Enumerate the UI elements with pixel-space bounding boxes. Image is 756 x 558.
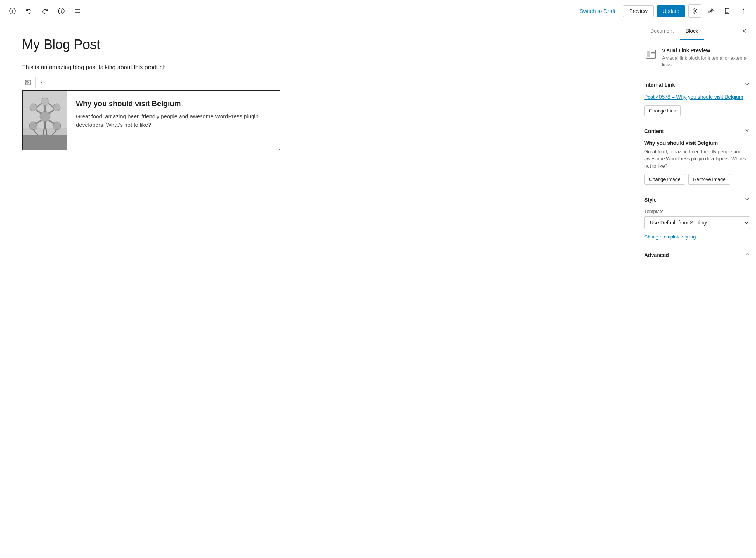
toolbar: Switch to Draft Preview Update [0, 0, 756, 22]
editor-area: My Blog Post This is an amazing blog pos… [0, 22, 638, 558]
preview-button[interactable]: Preview [623, 5, 654, 17]
style-panel-toggle[interactable]: Style [638, 191, 756, 209]
block-description: A visual link block for internal or exte… [662, 55, 750, 68]
internal-link-body: Post 40578 – Why you should visit Belgiu… [638, 94, 756, 122]
card-image [23, 91, 67, 150]
change-image-button[interactable]: Change Image [644, 174, 685, 185]
undo-button[interactable] [22, 4, 35, 18]
list-view-button[interactable] [71, 4, 84, 18]
content-chevron [744, 128, 750, 135]
sidebar: Document Block × Visual Link Preview A v… [638, 22, 756, 558]
block-more-options-button[interactable] [35, 77, 47, 88]
svg-rect-24 [23, 135, 67, 150]
content-panel-toggle[interactable]: Content [638, 122, 756, 140]
visual-link-card[interactable]: Why you should visit Belgium Great food,… [22, 90, 280, 150]
change-link-button[interactable]: Change Link [644, 105, 681, 116]
svg-point-19 [41, 81, 42, 81]
style-panel-title: Style [644, 197, 656, 203]
internal-link-url[interactable]: Post 40578 – Why you should visit Belgiu… [644, 94, 750, 101]
document-button[interactable] [721, 4, 734, 18]
settings-button[interactable] [688, 4, 701, 18]
internal-link-chevron [744, 81, 750, 88]
tab-document[interactable]: Document [644, 22, 680, 40]
update-button[interactable]: Update [657, 5, 685, 17]
style-body: Template Use Default from Settings Chang… [638, 209, 756, 246]
switch-to-draft-button[interactable]: Switch to Draft [575, 6, 620, 16]
internal-link-panel: Internal Link Post 40578 – Why you shoul… [638, 76, 756, 122]
svg-point-9 [694, 10, 696, 12]
svg-rect-17 [25, 80, 31, 85]
svg-point-21 [41, 84, 42, 84]
sidebar-tabs: Document Block × [638, 22, 756, 40]
toolbar-right: Switch to Draft Preview Update [575, 4, 750, 18]
style-panel: Style Template Use Default from Settings… [638, 191, 756, 246]
svg-point-26 [41, 98, 49, 106]
block-controls [22, 77, 616, 88]
internal-link-panel-toggle[interactable]: Internal Link [638, 76, 756, 94]
block-type-icon [644, 48, 658, 61]
svg-rect-43 [647, 51, 650, 57]
svg-point-20 [41, 82, 42, 83]
svg-point-18 [27, 81, 28, 83]
advanced-title: Advanced [644, 252, 669, 258]
advanced-panel: Advanced [638, 246, 756, 264]
style-chevron [744, 196, 750, 203]
content-panel: Content Why you should visit Belgium Gre… [638, 122, 756, 191]
svg-point-30 [53, 104, 60, 111]
block-info-section: Visual Link Preview A visual link block … [638, 40, 756, 76]
toolbar-left [6, 4, 84, 18]
more-options-button[interactable] [737, 4, 750, 18]
add-block-button[interactable] [6, 4, 19, 18]
tab-block[interactable]: Block [680, 22, 704, 40]
post-title[interactable]: My Blog Post [22, 37, 616, 52]
close-sidebar-button[interactable]: × [738, 25, 750, 37]
block-name: Visual Link Preview [662, 48, 750, 53]
content-title: Why you should visit Belgium [644, 140, 750, 146]
change-template-link[interactable]: Change template styling [644, 234, 696, 240]
card-title: Why you should visit Belgium [76, 100, 271, 108]
card-content: Why you should visit Belgium Great food,… [67, 91, 280, 150]
remove-image-button[interactable]: Remove Image [688, 174, 730, 185]
content-body: Why you should visit Belgium Great food,… [638, 140, 756, 191]
block-image-icon-button[interactable] [22, 77, 34, 88]
svg-point-29 [30, 104, 37, 111]
svg-point-14 [743, 8, 744, 10]
main-layout: My Blog Post This is an amazing blog pos… [0, 22, 756, 558]
internal-link-title: Internal Link [644, 82, 675, 88]
post-intro: This is an amazing blog post talking abo… [22, 64, 616, 71]
svg-point-15 [743, 10, 744, 11]
content-buttons: Change Image Remove Image [644, 174, 750, 185]
svg-point-16 [743, 12, 744, 13]
svg-point-5 [61, 9, 62, 10]
redo-button[interactable] [38, 4, 52, 18]
advanced-panel-toggle[interactable]: Advanced [638, 246, 756, 264]
advanced-chevron [744, 251, 750, 259]
card-description: Great food, amazing beer, friendly peopl… [76, 112, 271, 129]
template-label: Template [644, 209, 750, 214]
info-button[interactable] [55, 4, 68, 18]
content-description: Great food, amazing beer, friendly peopl… [644, 148, 750, 170]
template-select[interactable]: Use Default from Settings [644, 216, 750, 229]
link-button[interactable] [704, 4, 718, 18]
content-panel-title: Content [644, 128, 664, 134]
